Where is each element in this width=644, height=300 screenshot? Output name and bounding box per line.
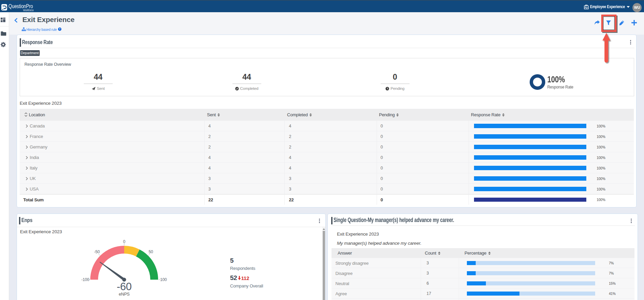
svg-text:50: 50 [149, 249, 153, 254]
svg-text:-100: -100 [81, 277, 90, 282]
svg-text:eNPS: eNPS [119, 292, 130, 297]
svg-text:-50: -50 [94, 249, 100, 254]
svg-text:100: 100 [160, 277, 167, 282]
svg-text:-60: -60 [117, 281, 132, 293]
svg-text:0: 0 [123, 239, 126, 244]
